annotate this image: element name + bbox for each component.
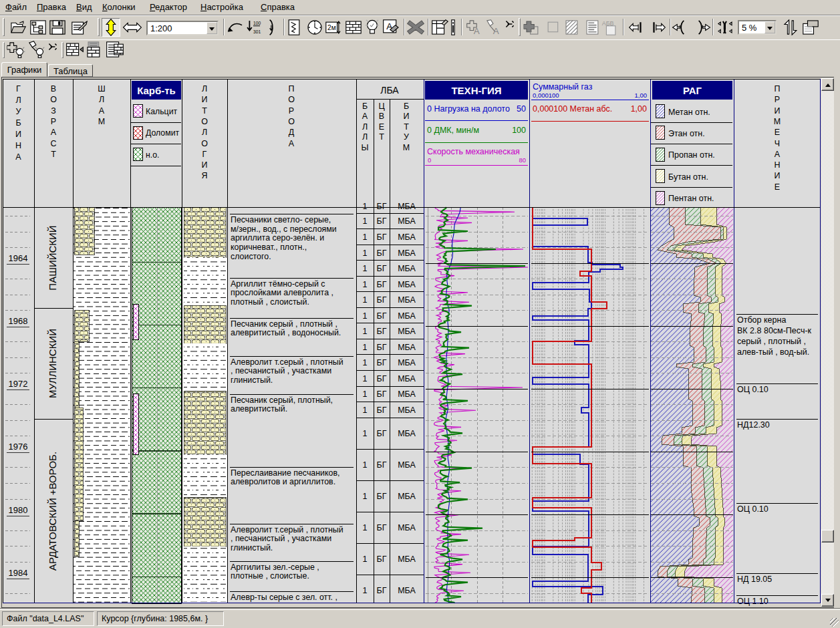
svg-text:Б: Б <box>404 102 409 111</box>
svg-text:глинистый.: глинистый. <box>231 543 273 553</box>
svg-text:БГ: БГ <box>377 202 387 211</box>
svg-text:Песчаник серый , плотный ,: Песчаник серый , плотный , <box>231 319 337 329</box>
svg-text:Метан отн.: Метан отн. <box>668 108 710 117</box>
svg-text:1: 1 <box>363 264 368 273</box>
svg-text:МБА: МБА <box>398 406 416 415</box>
svg-text:коричневат., плотн.,: коричневат., плотн., <box>231 243 307 252</box>
svg-text:МБА: МБА <box>398 523 416 532</box>
svg-text:О: О <box>201 117 208 126</box>
svg-text:алев-тый , вод-ый.: алев-тый , вод-ый. <box>737 347 809 357</box>
svg-text:БГ: БГ <box>377 216 387 226</box>
svg-text:алевролитов и аргиллитов.: алевролитов и аргиллитов. <box>231 477 335 486</box>
svg-text:О: О <box>201 139 208 148</box>
svg-text:0: 0 <box>428 156 431 164</box>
svg-text:Аргиллит тёмно-серый с: Аргиллит тёмно-серый с <box>231 279 325 289</box>
svg-text:Р: Р <box>775 95 780 104</box>
svg-text:1: 1 <box>363 343 368 352</box>
svg-text:Г: Г <box>16 84 21 94</box>
svg-text:З: З <box>51 106 56 116</box>
svg-text:Л: Л <box>99 95 104 104</box>
svg-text:Ц: Ц <box>378 102 385 111</box>
svg-text:плотный , слоистый.: плотный , слоистый. <box>231 297 309 307</box>
svg-text:БГ: БГ <box>377 389 387 399</box>
svg-text:80: 80 <box>519 156 526 164</box>
svg-text:БГ: БГ <box>377 406 387 415</box>
svg-text:1: 1 <box>363 374 368 383</box>
svg-text:1,00: 1,00 <box>635 92 648 99</box>
svg-text:БГ: БГ <box>377 343 387 352</box>
svg-text:1964: 1964 <box>9 253 28 263</box>
svg-text:1: 1 <box>363 311 368 321</box>
svg-text:Л: Л <box>362 132 368 142</box>
svg-text:А: А <box>289 139 295 148</box>
svg-text:Р: Р <box>51 117 56 126</box>
svg-text:Р: Р <box>289 106 294 116</box>
svg-text:Е: Е <box>775 182 780 192</box>
svg-text:1: 1 <box>363 232 368 242</box>
svg-text:Л: Л <box>362 122 368 132</box>
svg-text:А: А <box>775 150 781 159</box>
svg-text:В: В <box>51 84 56 94</box>
svg-text:алевритистый.: алевритистый. <box>231 404 287 414</box>
svg-text:1,00: 1,00 <box>631 104 647 114</box>
svg-text:А: А <box>362 112 368 121</box>
svg-text:1976: 1976 <box>9 442 28 452</box>
svg-text:БГ: БГ <box>377 295 387 305</box>
svg-text:плотные , слоистые.: плотные , слоистые. <box>231 571 309 581</box>
svg-text:1: 1 <box>363 406 368 415</box>
svg-text:ТЕХН-ГИЯ: ТЕХН-ГИЯ <box>451 85 501 96</box>
svg-text:1968: 1968 <box>9 316 28 326</box>
svg-text:БГ: БГ <box>377 311 387 321</box>
svg-text:И: И <box>202 95 208 104</box>
svg-text:алевритистый , водоносный.: алевритистый , водоносный. <box>231 328 341 337</box>
svg-text:МБА: МБА <box>398 429 416 438</box>
svg-text:А: А <box>99 106 105 116</box>
svg-text:Я: Я <box>201 171 207 180</box>
svg-text:ОЦ 0.10: ОЦ 0.10 <box>737 504 768 514</box>
svg-text:Л: Л <box>202 84 207 94</box>
svg-text:50: 50 <box>517 104 526 114</box>
svg-text:1: 1 <box>363 586 368 595</box>
svg-text:Отбор керна: Отбор керна <box>737 315 786 325</box>
svg-text:Арггилиты зел.-серые ,: Арггилиты зел.-серые , <box>231 563 319 572</box>
svg-text:Ч: Ч <box>775 139 780 148</box>
svg-text:МБА: МБА <box>398 202 416 211</box>
svg-text:Л: Л <box>202 128 207 137</box>
svg-text:МБА: МБА <box>398 374 416 383</box>
svg-text:О: О <box>50 95 57 104</box>
svg-text:Кальцит: Кальцит <box>146 107 177 116</box>
svg-text:Доломит: Доломит <box>146 128 180 138</box>
svg-text:МБА: МБА <box>398 232 416 242</box>
svg-text:БГ: БГ <box>377 586 387 595</box>
svg-text:О: О <box>288 95 295 104</box>
svg-text:100: 100 <box>512 126 526 135</box>
svg-text:0,000100: 0,000100 <box>533 92 559 99</box>
svg-text:Ш: Ш <box>98 84 105 94</box>
svg-text:1: 1 <box>363 555 368 564</box>
svg-text:М: М <box>774 117 781 126</box>
svg-text:Т: Т <box>404 122 409 132</box>
svg-text:У: У <box>404 132 409 142</box>
svg-text:н.о.: н.о. <box>146 150 159 160</box>
svg-text:ОЦ 0.10: ОЦ 0.10 <box>737 385 768 394</box>
svg-text:МБА: МБА <box>398 280 416 289</box>
svg-text:И: И <box>775 106 781 116</box>
svg-text:1: 1 <box>363 327 368 336</box>
svg-text:1: 1 <box>363 216 368 226</box>
svg-text:НД12.30: НД12.30 <box>737 420 770 430</box>
svg-text:БГ: БГ <box>377 264 387 273</box>
svg-text:Т: Т <box>202 106 207 116</box>
svg-text:А: А <box>15 152 21 162</box>
svg-text:С: С <box>50 139 56 148</box>
svg-text:И: И <box>775 171 781 180</box>
svg-text:МБА: МБА <box>398 389 416 399</box>
svg-text:Бутан отн.: Бутан отн. <box>668 172 708 182</box>
svg-text:1: 1 <box>363 295 368 305</box>
svg-text:И: И <box>404 112 410 121</box>
svg-text:И: И <box>15 130 21 139</box>
svg-text:МБА: МБА <box>398 343 416 352</box>
svg-text:БГ: БГ <box>377 460 387 470</box>
svg-text:1980: 1980 <box>9 505 28 515</box>
svg-text:Песчаник серый, плотный,: Песчаник серый, плотный, <box>231 396 333 405</box>
svg-text:0 ДМК, мин/м: 0 ДМК, мин/м <box>427 126 479 135</box>
